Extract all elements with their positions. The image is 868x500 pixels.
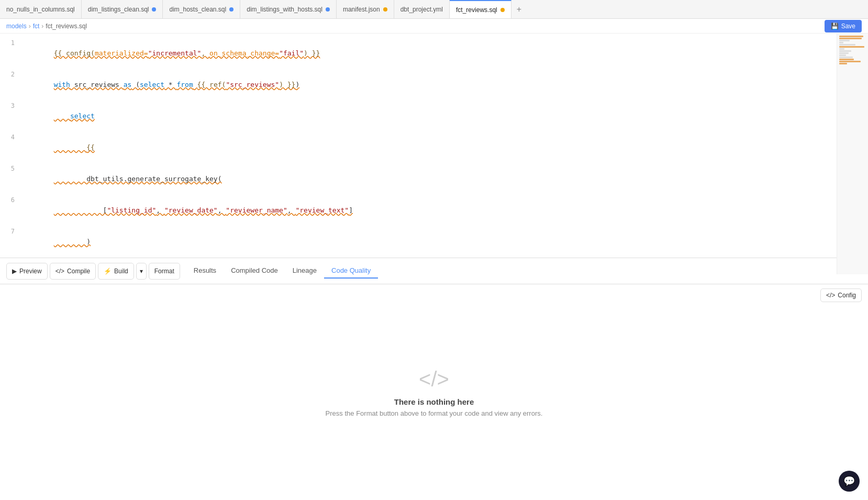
build-dropdown[interactable]: ▾	[136, 263, 147, 280]
code-line-7: 7 )	[0, 226, 868, 258]
preview-icon: ▶	[12, 268, 17, 275]
code-line-5: 5 dbt_utils.generate_surrogate_key(	[0, 163, 868, 195]
empty-subtitle: Press the Format button above to format …	[326, 409, 543, 417]
compile-button[interactable]: </> Compile	[50, 263, 96, 280]
tab-dbt-project[interactable]: dbt_project.yml	[394, 0, 450, 18]
chat-button[interactable]: 💬	[839, 471, 860, 492]
tab-label: dim_listings_clean.sql	[88, 6, 149, 13]
tab-bar: no_nulls_in_columns.sql dim_listings_cle…	[0, 0, 868, 19]
build-button[interactable]: ⚡ Build	[98, 263, 134, 280]
breadcrumb-models[interactable]: models	[6, 23, 27, 30]
tab-no-nulls[interactable]: no_nulls_in_columns.sql	[0, 0, 82, 18]
code-line-2: 2 with src_reviews as (select * from {{ …	[0, 69, 868, 101]
tab-dot	[383, 7, 387, 12]
tab-label: fct_reviews.sql	[456, 6, 497, 14]
preview-button[interactable]: ▶ Preview	[6, 263, 48, 280]
tab-nav-compiled-code[interactable]: Compiled Code	[224, 263, 285, 279]
save-button[interactable]: 💾 Save	[825, 20, 862, 32]
tab-nav-code-quality[interactable]: Code Quality	[324, 263, 378, 279]
tab-label: dim_hosts_clean.sql	[169, 6, 226, 13]
tab-manifest[interactable]: manifest.json	[337, 0, 394, 18]
tab-label: dim_listings_with_hosts.sql	[247, 6, 322, 13]
format-label: Format	[154, 268, 174, 275]
code-quality-panel: </> Config </> There is nothing here Pre…	[0, 284, 868, 500]
save-icon: 💾	[831, 23, 839, 30]
tab-dim-listings-hosts[interactable]: dim_listings_with_hosts.sql	[240, 0, 337, 18]
tab-label: dbt_project.yml	[400, 6, 443, 13]
tab-label: no_nulls_in_columns.sql	[6, 6, 75, 13]
code-line-4: 4 {{	[0, 132, 868, 163]
tab-dot	[229, 7, 233, 12]
code-line-1: 1 {{ config(materialized="incremental", …	[0, 38, 868, 69]
config-button[interactable]: </> Config	[820, 288, 862, 302]
build-icon: ⚡	[104, 268, 112, 275]
code-editor[interactable]: 1 {{ config(materialized="incremental", …	[0, 34, 868, 258]
save-label: Save	[841, 23, 855, 30]
breadcrumb: models › fct › fct_reviews.sql	[6, 19, 87, 34]
compile-label: Compile	[67, 268, 90, 275]
tab-label: manifest.json	[343, 6, 380, 13]
preview-label: Preview	[19, 268, 42, 275]
compile-icon: </>	[55, 268, 64, 275]
tab-dim-listings-clean[interactable]: dim_listings_clean.sql	[82, 0, 163, 18]
build-label: Build	[114, 268, 128, 275]
empty-icon: </>	[419, 368, 449, 391]
empty-title: There is nothing here	[394, 397, 474, 406]
config-label: Config	[838, 292, 856, 299]
breadcrumb-file: fct_reviews.sql	[46, 23, 87, 30]
tab-dot	[152, 7, 156, 12]
breadcrumb-sep-2: ›	[41, 23, 43, 30]
add-tab-button[interactable]: +	[511, 0, 527, 18]
config-icon: </>	[826, 292, 835, 299]
minimap[interactable]	[837, 34, 868, 274]
empty-state: </> There is nothing here Press the Form…	[0, 284, 868, 500]
breadcrumb-fct[interactable]: fct	[33, 23, 40, 30]
editor-container: 1 {{ config(materialized="incremental", …	[0, 34, 868, 500]
chat-icon: 💬	[843, 475, 855, 487]
tab-nav-results[interactable]: Results	[186, 263, 224, 279]
tab-nav: Results Compiled Code Lineage Code Quali…	[186, 263, 378, 279]
tab-dot	[500, 8, 505, 12]
code-line-6: 6 ["listing_id", "review_date", "reviewe…	[0, 195, 868, 226]
format-button[interactable]: Format	[149, 263, 180, 280]
breadcrumb-sep-1: ›	[29, 23, 31, 30]
code-line-3: 3 select	[0, 101, 868, 132]
tab-nav-lineage[interactable]: Lineage	[285, 263, 324, 279]
tab-dim-hosts-clean[interactable]: dim_hosts_clean.sql	[163, 0, 240, 18]
toolbar: ▶ Preview </> Compile ⚡ Build ▾ Format R…	[0, 258, 868, 284]
tab-dot	[326, 7, 330, 12]
tab-fct-reviews[interactable]: fct_reviews.sql	[450, 0, 511, 18]
